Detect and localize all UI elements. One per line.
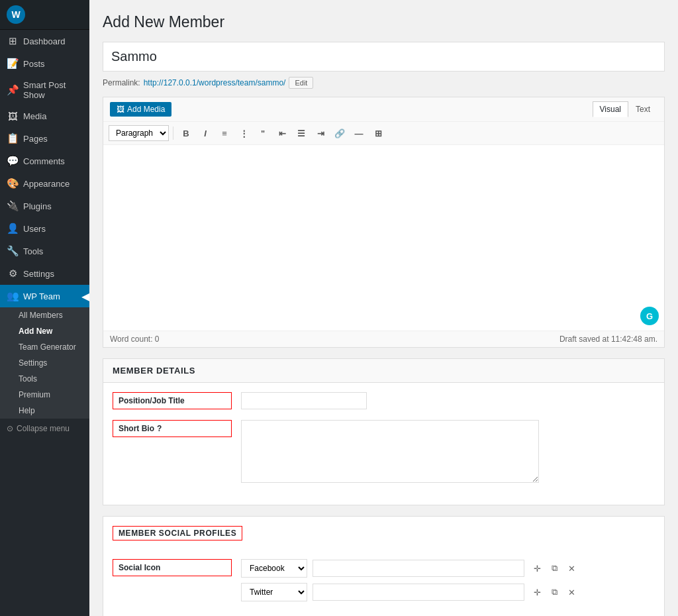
collapse-icon: ⊙ [7, 424, 13, 433]
short-bio-label: Short Bio ? [113, 420, 232, 437]
editor-footer: Word count: 0 Draft saved at 11:42:48 am… [103, 331, 664, 347]
submenu-add-new[interactable]: Add New [0, 323, 89, 339]
sidebar-item-wp-team[interactable]: 👥 WP Team ◀ [0, 285, 89, 307]
social-platform-select-2[interactable]: Facebook Twitter LinkedIn Instagram YouT… [241, 583, 307, 601]
permalink-bar: Permalink: http://127.0.0.1/wordpress/te… [103, 77, 665, 89]
social-actions-2: ✛ ⧉ ✕ [530, 585, 579, 599]
insert-table-button[interactable]: ⊞ [369, 125, 387, 141]
wp-team-arrow-icon: ◀ [81, 290, 89, 303]
permalink-edit-button[interactable]: Edit [289, 77, 313, 89]
sidebar-item-appearance[interactable]: 🎨 Appearance [0, 172, 89, 195]
sidebar-item-posts[interactable]: 📝 Posts [0, 52, 89, 75]
sidebar-item-smart-post-show[interactable]: 📌 Smart Post Show [0, 75, 89, 105]
tools-icon: 🔧 [7, 245, 19, 257]
social-icon-field-row: Social Icon Facebook Twitter LinkedIn In… [113, 559, 655, 607]
insert-more-button[interactable]: — [350, 125, 367, 141]
social-delete-button-2[interactable]: ✕ [564, 585, 579, 599]
position-input[interactable] [241, 392, 367, 409]
page-title: Add New Member [103, 13, 665, 31]
short-bio-field-row: Short Bio ? [113, 420, 655, 485]
editor-toolbar-top: 🖼 Add Media Visual Text [103, 97, 664, 122]
short-bio-help-icon[interactable]: ? [157, 424, 162, 433]
numbered-list-button[interactable]: ⋮ [235, 125, 252, 141]
draft-saved-label: Draft saved at 11:42:48 am. [559, 334, 657, 344]
sidebar-item-dashboard[interactable]: ⊞ Dashboard [0, 30, 89, 52]
collapse-menu-button[interactable]: ⊙ Collapse menu [0, 419, 89, 438]
member-details-header: MEMBER DETAILS [103, 359, 664, 383]
social-platform-select-1[interactable]: Facebook Twitter LinkedIn Instagram YouT… [241, 559, 307, 578]
short-bio-input-wrapper [241, 420, 655, 485]
member-social-box: MEMBER SOCIAL PROFILES Social Icon Faceb… [103, 516, 665, 616]
sidebar-item-users[interactable]: 👤 Users [0, 217, 89, 240]
link-button[interactable]: 🔗 [331, 125, 348, 141]
sidebar: W ⊞ Dashboard 📝 Posts 📌 Smart Post Show … [0, 0, 89, 616]
bullet-list-button[interactable]: ≡ [216, 125, 233, 141]
permalink-url[interactable]: http://127.0.0.1/wordpress/team/sammo/ [144, 78, 286, 87]
word-count-label: Word count: 0 [110, 334, 159, 344]
social-url-input-2[interactable] [313, 584, 524, 601]
social-copy-button-1[interactable]: ⧉ [547, 561, 561, 576]
position-input-wrapper [241, 392, 655, 409]
social-copy-button-2[interactable]: ⧉ [547, 585, 561, 599]
editor-box: 🖼 Add Media Visual Text Paragraph B I ≡ … [103, 97, 665, 348]
sidebar-item-plugins[interactable]: 🔌 Plugins [0, 195, 89, 217]
submenu-team-generator[interactable]: Team Generator [0, 339, 89, 355]
wp-logo-icon: W [7, 5, 25, 24]
submenu-premium[interactable]: Premium [0, 387, 89, 403]
tab-visual[interactable]: Visual [593, 101, 628, 117]
social-move-button-1[interactable]: ✛ [530, 561, 544, 576]
member-details-box: MEMBER DETAILS Position/Job Title Short … [103, 358, 665, 505]
sidebar-logo: W [0, 0, 89, 30]
plugins-icon: 🔌 [7, 200, 19, 212]
submenu-tools[interactable]: Tools [0, 371, 89, 387]
social-row-twitter: Facebook Twitter LinkedIn Instagram YouT… [241, 583, 655, 601]
position-field-row: Position/Job Title [113, 392, 655, 409]
wp-team-icon: 👥 [7, 290, 19, 302]
blockquote-button[interactable]: " [254, 125, 271, 141]
position-label: Position/Job Title [113, 392, 232, 409]
add-media-button[interactable]: 🖼 Add Media [110, 102, 171, 117]
sidebar-item-tools[interactable]: 🔧 Tools [0, 240, 89, 262]
editor-toolbar: Paragraph B I ≡ ⋮ " ⇤ ☰ ⇥ 🔗 — ⊞ [103, 122, 664, 145]
editor-body[interactable]: G [103, 145, 664, 331]
settings-icon: ⚙ [7, 268, 19, 280]
social-row-facebook: Facebook Twitter LinkedIn Instagram YouT… [241, 559, 655, 578]
tab-text[interactable]: Text [628, 101, 657, 117]
users-icon: 👤 [7, 223, 19, 234]
sidebar-item-settings[interactable]: ⚙ Settings [0, 262, 89, 285]
submenu-all-members[interactable]: All Members [0, 307, 89, 323]
appearance-icon: 🎨 [7, 178, 19, 189]
social-delete-button-1[interactable]: ✕ [564, 561, 579, 576]
social-section-title: MEMBER SOCIAL PROFILES [113, 526, 242, 540]
submenu-help[interactable]: Help [0, 403, 89, 419]
social-section-title-wrapper: MEMBER SOCIAL PROFILES [113, 526, 655, 550]
editor-tabs: Visual Text [593, 101, 657, 117]
sidebar-item-pages[interactable]: 📋 Pages [0, 127, 89, 150]
social-url-input-1[interactable] [313, 560, 524, 577]
permalink-label: Permalink: [103, 78, 140, 87]
member-social-body: MEMBER SOCIAL PROFILES Social Icon Faceb… [103, 517, 664, 616]
grammarly-icon: G [640, 307, 659, 325]
submenu-settings[interactable]: Settings [0, 355, 89, 371]
media-icon: 🖼 [7, 111, 19, 122]
wp-team-submenu: All Members Add New Team Generator Setti… [0, 307, 89, 419]
short-bio-textarea[interactable] [241, 420, 539, 483]
bold-button[interactable]: B [177, 125, 195, 141]
social-move-button-2[interactable]: ✛ [530, 585, 544, 599]
italic-button[interactable]: I [197, 125, 214, 141]
dashboard-icon: ⊞ [7, 35, 19, 47]
add-media-icon: 🖼 [117, 105, 124, 114]
social-actions-1: ✛ ⧉ ✕ [530, 561, 579, 576]
sidebar-item-comments[interactable]: 💬 Comments [0, 150, 89, 172]
toolbar-sep-1 [173, 127, 173, 140]
paragraph-select[interactable]: Paragraph [109, 125, 169, 141]
align-center-button[interactable]: ☰ [293, 125, 310, 141]
sidebar-item-media[interactable]: 🖼 Media [0, 105, 89, 127]
align-left-button[interactable]: ⇤ [273, 125, 291, 141]
member-details-body: Position/Job Title Short Bio ? [103, 383, 664, 505]
main-content: Add New Member Permalink: http://127.0.0… [89, 0, 678, 616]
pages-icon: 📋 [7, 132, 19, 144]
member-name-input[interactable] [103, 42, 665, 72]
align-right-button[interactable]: ⇥ [312, 125, 329, 141]
comments-icon: 💬 [7, 155, 19, 167]
